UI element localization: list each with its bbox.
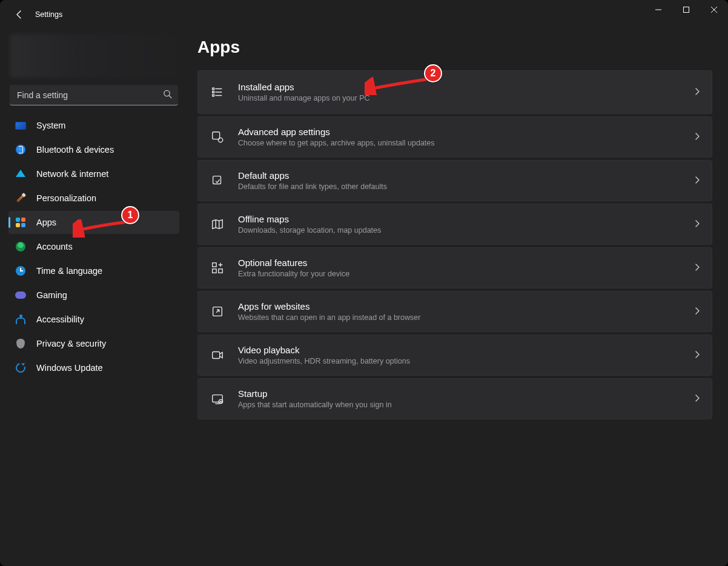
content-area: System Bluetooth & devices Network & int… <box>0 29 728 566</box>
apps-grid-icon <box>15 216 27 228</box>
svg-rect-12 <box>213 352 220 359</box>
main-panel: Apps Installed apps Uninstall and manage… <box>188 29 728 566</box>
sidebar-item-label: Time & language <box>36 266 102 276</box>
minimize-icon <box>655 7 661 13</box>
card-subtitle: Video adjustments, HDR streaming, batter… <box>238 357 680 365</box>
svg-point-1 <box>164 90 170 96</box>
window-title: Settings <box>35 10 62 19</box>
card-advanced-app-settings[interactable]: Advanced app settings Choose where to ge… <box>197 116 712 158</box>
card-offline-maps[interactable]: Offline maps Downloads, storage location… <box>197 204 712 245</box>
paintbrush-icon <box>15 192 27 204</box>
chevron-right-icon <box>693 262 701 273</box>
sidebar-item-privacy[interactable]: Privacy & security <box>8 332 179 355</box>
chevron-right-icon <box>693 350 701 361</box>
sidebar-item-label: Network & internet <box>36 169 108 179</box>
sidebar-item-windows-update[interactable]: Windows Update <box>8 356 179 379</box>
sidebar-item-label: Bluetooth & devices <box>36 145 114 155</box>
chevron-right-icon <box>693 219 701 230</box>
card-subtitle: Defaults for file and link types, other … <box>238 182 680 191</box>
profile-card[interactable] <box>10 34 178 78</box>
accessibility-icon <box>15 313 27 325</box>
card-title: Startup <box>238 388 680 400</box>
chevron-right-icon <box>693 393 701 404</box>
sidebar-item-apps[interactable]: Apps <box>8 211 179 234</box>
card-video-playback[interactable]: Video playback Video adjustments, HDR st… <box>197 335 712 376</box>
card-subtitle: Downloads, storage location, map updates <box>238 226 680 235</box>
sidebar-item-gaming[interactable]: Gaming <box>8 284 179 307</box>
card-title: Optional features <box>238 258 680 269</box>
titlebar: Settings <box>0 0 728 29</box>
sidebar-item-accessibility[interactable]: Accessibility <box>8 308 179 331</box>
sidebar-item-label: Personalization <box>36 193 96 203</box>
card-default-apps[interactable]: Default apps Defaults for file and link … <box>197 160 712 201</box>
person-icon <box>15 241 27 253</box>
shield-icon <box>15 338 27 350</box>
system-icon <box>15 119 27 132</box>
sidebar-item-accounts[interactable]: Accounts <box>8 235 179 258</box>
card-title: Apps for websites <box>238 301 680 313</box>
open-external-icon <box>210 304 225 319</box>
svg-rect-10 <box>213 269 216 273</box>
sidebar: System Bluetooth & devices Network & int… <box>0 29 188 566</box>
startup-icon <box>210 391 225 406</box>
card-body: Startup Apps that start automatically wh… <box>238 388 680 410</box>
card-title: Offline maps <box>238 214 680 225</box>
close-button[interactable] <box>700 0 728 19</box>
close-icon <box>711 7 717 13</box>
card-subtitle: Uninstall and manage apps on your PC <box>238 94 680 102</box>
svg-rect-3 <box>213 92 214 93</box>
gamepad-icon <box>15 289 27 301</box>
sidebar-item-time[interactable]: Time & language <box>8 259 179 282</box>
chevron-right-icon <box>693 175 701 186</box>
clock-icon <box>15 265 27 277</box>
svg-rect-4 <box>213 95 214 96</box>
card-subtitle: Apps that start automatically when you s… <box>238 401 680 409</box>
sidebar-item-personalization[interactable]: Personalization <box>8 187 179 210</box>
card-body: Apps for websites Websites that can open… <box>238 301 680 322</box>
window-controls <box>644 0 728 19</box>
sidebar-item-network[interactable]: Network & internet <box>8 162 179 185</box>
svg-rect-9 <box>219 269 222 273</box>
app-gear-icon <box>210 130 225 144</box>
card-subtitle: Websites that can open in an app instead… <box>238 313 680 322</box>
card-title: Default apps <box>238 170 680 182</box>
chevron-right-icon <box>693 87 701 98</box>
svg-rect-0 <box>684 7 689 13</box>
wifi-icon <box>15 168 27 180</box>
minimize-button[interactable] <box>644 0 672 19</box>
card-startup[interactable]: Startup Apps that start automatically wh… <box>197 378 712 419</box>
settings-window: Settings <box>0 0 728 566</box>
sidebar-item-label: Apps <box>36 218 56 227</box>
update-icon <box>15 362 27 374</box>
page-title: Apps <box>197 38 712 57</box>
card-body: Video playback Video adjustments, HDR st… <box>238 345 680 366</box>
sidebar-item-system[interactable]: System <box>8 114 179 137</box>
card-body: Installed apps Uninstall and manage apps… <box>238 82 680 103</box>
card-installed-apps[interactable]: Installed apps Uninstall and manage apps… <box>197 70 712 114</box>
sidebar-item-label: Accounts <box>36 242 73 251</box>
svg-point-6 <box>218 138 222 142</box>
bluetooth-icon <box>15 144 27 156</box>
card-body: Optional features Extra functionality fo… <box>238 258 680 279</box>
search-input[interactable] <box>10 85 178 105</box>
sidebar-item-label: Gaming <box>36 290 67 300</box>
sidebar-item-label: Windows Update <box>36 363 103 373</box>
card-optional-features[interactable]: Optional features Extra functionality fo… <box>197 247 712 288</box>
search-icon <box>163 90 172 101</box>
video-icon <box>210 348 225 362</box>
svg-rect-8 <box>213 263 216 267</box>
card-title: Video playback <box>238 345 680 356</box>
nav-list: System Bluetooth & devices Network & int… <box>4 114 184 381</box>
card-subtitle: Extra functionality for your device <box>238 270 680 278</box>
list-icon <box>210 85 225 99</box>
sidebar-item-bluetooth[interactable]: Bluetooth & devices <box>8 138 179 161</box>
card-body: Offline maps Downloads, storage location… <box>238 214 680 235</box>
back-button[interactable] <box>10 5 29 24</box>
card-title: Installed apps <box>238 82 680 93</box>
card-subtitle: Choose where to get apps, archive apps, … <box>238 139 680 147</box>
svg-rect-5 <box>213 132 220 139</box>
maximize-button[interactable] <box>672 0 700 19</box>
card-body: Advanced app settings Choose where to ge… <box>238 127 680 148</box>
maximize-icon <box>683 7 689 13</box>
card-apps-for-websites[interactable]: Apps for websites Websites that can open… <box>197 291 712 332</box>
